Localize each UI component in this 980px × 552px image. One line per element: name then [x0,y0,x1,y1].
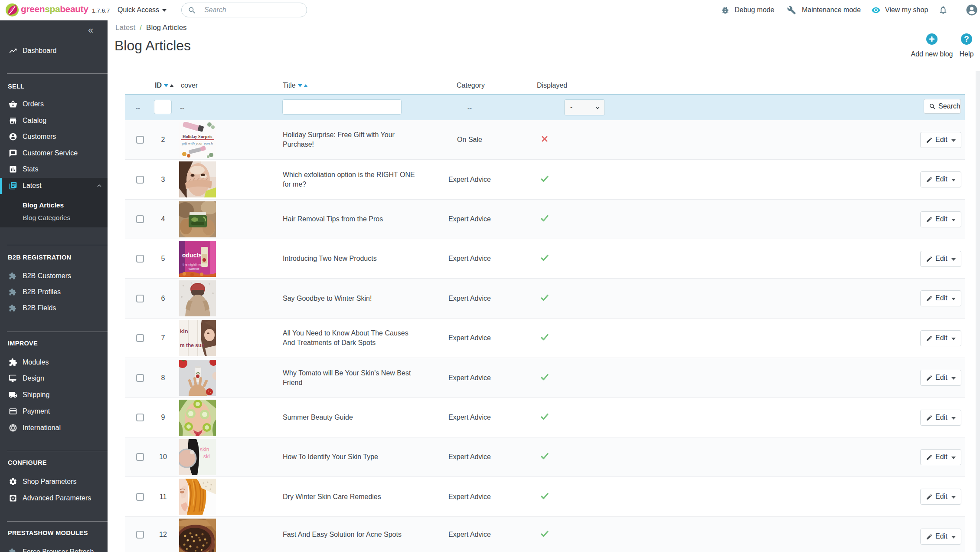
svg-text:gift with your purch: gift with your purch [182,141,213,145]
svg-text:skin: skin [200,447,209,453]
svg-text:kin: kin [180,328,188,335]
svg-text:the nightime: the nightime [183,263,202,266]
svg-text:m the sun: m the sun [180,342,205,348]
svg-text:oducts: oducts [182,252,202,259]
svg-text:warrior: warrior [188,267,199,271]
svg-text:Holiday Surpris: Holiday Surpris [183,134,212,139]
svg-text:ski: ski [203,453,210,460]
